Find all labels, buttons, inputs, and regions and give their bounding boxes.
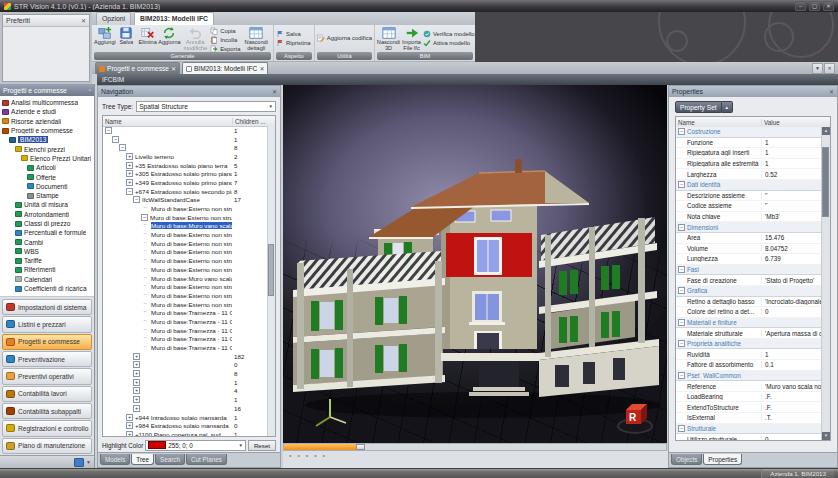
close-icon[interactable]: ✕ — [829, 88, 834, 95]
tree-row[interactable]: – Muro di base:Esterno non strutturale..… — [103, 204, 268, 213]
close-icon[interactable]: ✕ — [272, 88, 277, 95]
tree-row[interactable]: – Muro di base:Muro vano scala non ... — [103, 274, 268, 283]
incolla-button[interactable]: Incolla — [210, 36, 241, 44]
expander-icon[interactable]: + — [133, 405, 140, 412]
expander-icon[interactable]: – — [141, 266, 149, 273]
scrollbar-thumb[interactable] — [822, 147, 829, 217]
property-row[interactable]: − Pset_WallCommon — [676, 371, 822, 382]
properties-tab[interactable]: Objects — [671, 454, 702, 465]
reset-button[interactable]: Reset — [248, 440, 276, 451]
sidebar-tree-item[interactable]: Unità di misura — [0, 200, 94, 209]
expander-icon[interactable]: − — [133, 196, 140, 203]
slider-handle[interactable] — [356, 444, 365, 450]
sidebar-module-button[interactable]: Preventivi operativi — [2, 368, 92, 384]
chevron-up-icon[interactable]: ▲ — [722, 101, 733, 113]
highlight-color-select[interactable]: 255; 0; 0 ▼ — [145, 440, 246, 451]
group-expander-icon[interactable]: − — [678, 319, 685, 326]
sidebar-module-button[interactable]: Listini e prezzari — [2, 316, 92, 332]
tree-row[interactable]: – Muro di base:Tramezza - 11 CM:17... — [103, 335, 268, 344]
tree-row[interactable]: − +674 Estradosso solaio secondo piano 8 — [103, 187, 268, 196]
tree-row[interactable]: + +305 Estradosso solaio primo piano 1 — [103, 169, 268, 178]
navigation-tab[interactable]: Search — [155, 454, 185, 465]
sidebar-module-button[interactable]: Impostazioni di sistema — [2, 299, 92, 315]
3d-viewport[interactable]: R — [283, 85, 667, 443]
expander-icon[interactable]: – — [141, 335, 149, 342]
property-row[interactable]: Reference 'Muro vano scala non strut... — [676, 381, 822, 392]
tree-row[interactable]: + 182 — [103, 352, 268, 361]
sidebar-module-button[interactable]: Preventivazione — [2, 351, 92, 367]
expander-icon[interactable]: – — [141, 292, 149, 299]
tree-row[interactable]: – Muro di base:Esterno non strutturale..… — [103, 256, 268, 265]
navigation-tab[interactable]: Cut Planes — [186, 454, 227, 465]
property-row[interactable]: Descrizione assieme '' — [676, 191, 822, 202]
tree-row[interactable]: – Muro di base:Tramezza - 11 CM:17... — [103, 343, 268, 352]
expander-icon[interactable]: – — [141, 205, 149, 212]
navigation-tab[interactable]: Tree — [131, 454, 154, 465]
salva-button[interactable]: Salva — [116, 26, 137, 46]
scrollbar-thumb[interactable] — [268, 244, 274, 296]
expander-icon[interactable]: + — [133, 396, 140, 403]
aggiorna-button[interactable]: Aggiorna — [158, 26, 180, 46]
close-icon[interactable]: ✕ — [81, 17, 86, 24]
doc-tab-progetti[interactable]: Progetti e commesse ✕ — [95, 62, 180, 74]
property-row[interactable]: − Dati identità — [676, 180, 822, 191]
property-row[interactable]: Materiale strutturale 'Apertura massa di… — [676, 328, 822, 339]
sidebar-module-button[interactable]: Registrazioni e controllo — [2, 420, 92, 436]
sidebar-tree-item[interactable]: Documenti — [0, 182, 94, 191]
tree-row[interactable]: + +984 Estradosso solaio mansarda 0 — [103, 421, 268, 430]
sidebar-tree-item[interactable]: Riferimenti — [0, 265, 94, 274]
tree-row[interactable]: − 8 — [103, 143, 268, 152]
tree-row[interactable]: – Muro di base:Esterno non strutturale..… — [103, 230, 268, 239]
close-tab-icon[interactable]: ✕ — [171, 65, 176, 72]
expander-icon[interactable]: + — [133, 361, 140, 368]
property-row[interactable]: Ripiegatura agli inserti 1 — [676, 148, 822, 159]
sidebar-module-button[interactable]: Progetti e commesse — [2, 334, 92, 350]
tree-row[interactable]: + 1 — [103, 395, 268, 404]
property-row[interactable]: Ruvidità 1 — [676, 349, 822, 360]
expander-icon[interactable]: + — [126, 170, 133, 177]
tree-row[interactable]: – Muro di base:Tramezza - 11 CM:17... — [103, 326, 268, 335]
maximize-button[interactable]: ▢ — [809, 1, 820, 11]
tree-row[interactable]: – Muro di base:Tramezza - 11 CM:17... — [103, 308, 268, 317]
tree-row[interactable]: – Muro di base:Esterno non strutturale..… — [103, 300, 268, 309]
property-row[interactable]: − Dimensioni — [676, 222, 822, 233]
column-name[interactable]: Name — [103, 118, 233, 125]
salva-aspetto-button[interactable]: Salva — [276, 30, 311, 38]
aggiungi-button[interactable]: Aggiungi — [94, 26, 116, 46]
tree-row[interactable]: + 1 — [103, 378, 268, 387]
properties-scrollbar[interactable]: ▲ ▼ — [821, 127, 830, 440]
sidebar-tree-item[interactable]: Cambi — [0, 237, 94, 246]
expander-icon[interactable]: – — [141, 344, 149, 351]
property-row[interactable]: Colore del retino a det... 0 — [676, 307, 822, 318]
property-row[interactable]: Volume 8.04752 — [676, 244, 822, 255]
chevron-down-icon[interactable]: ▼ — [86, 459, 91, 465]
expander-icon[interactable]: − — [126, 188, 133, 195]
group-expander-icon[interactable]: − — [678, 181, 685, 188]
group-expander-icon[interactable]: − — [678, 224, 685, 231]
property-row[interactable]: Fase di creazione 'Stato di Progetto' — [676, 275, 822, 286]
close-tab-icon[interactable]: ✕ — [259, 65, 264, 72]
tree-row[interactable]: + 0 — [103, 361, 268, 370]
expander-icon[interactable]: – — [141, 240, 149, 247]
properties-tab[interactable]: Properties — [703, 454, 742, 465]
property-row[interactable]: − Materiali e finiture — [676, 318, 822, 329]
group-expander-icon[interactable]: − — [678, 372, 685, 379]
property-row[interactable]: Retino a dettaglio basso 'Incrociato-dia… — [676, 297, 822, 308]
importa-file-ifc-button[interactable]: Importa File Ifc — [400, 26, 423, 52]
nascondi-dettagli-button[interactable]: Nascondi dettagli — [242, 26, 272, 52]
sidebar-tree-item[interactable]: BIM2013 — [0, 135, 94, 144]
sidebar-tree-item[interactable]: Coefficienti di ricarica — [0, 284, 94, 293]
expander-icon[interactable]: – — [141, 222, 149, 229]
sidebar-tree-item[interactable]: Stampe — [0, 191, 94, 200]
expander-icon[interactable]: + — [126, 431, 133, 436]
tree-row[interactable]: – Muro di base:Esterno non strutturale..… — [103, 265, 268, 274]
tree-row[interactable]: − 1 — [103, 126, 268, 135]
navigation-tab[interactable]: Models — [100, 454, 130, 465]
tree-row[interactable]: – Muro di base:Esterno non strutturale..… — [103, 248, 268, 257]
property-row[interactable]: Nota chiave 'Mb3' — [676, 212, 822, 223]
group-expander-icon[interactable]: − — [678, 287, 685, 294]
ripristina-aspetto-button[interactable]: Ripristina — [276, 39, 311, 47]
scroll-up-icon[interactable]: ▲ — [822, 127, 830, 135]
group-expander-icon[interactable]: − — [678, 266, 685, 273]
expander-icon[interactable]: – — [141, 301, 149, 308]
